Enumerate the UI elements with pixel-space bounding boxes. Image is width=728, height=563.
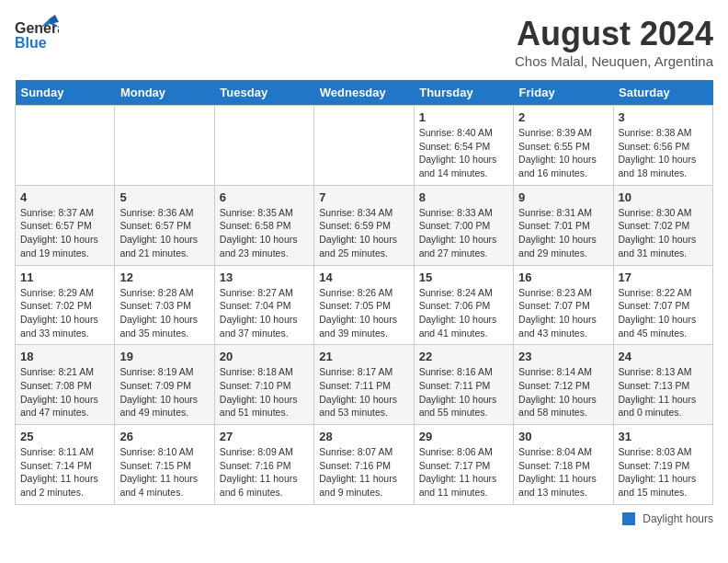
- calendar-cell: 22Sunrise: 8:16 AM Sunset: 7:11 PM Dayli…: [414, 345, 513, 425]
- calendar-cell: 29Sunrise: 8:06 AM Sunset: 7:17 PM Dayli…: [414, 425, 513, 505]
- header: General Blue August 2024 Chos Malal, Neu…: [15, 15, 713, 69]
- day-number: 9: [518, 190, 608, 204]
- calendar-cell: 18Sunrise: 8:21 AM Sunset: 7:08 PM Dayli…: [16, 345, 115, 425]
- day-info: Sunrise: 8:10 AM Sunset: 7:15 PM Dayligh…: [119, 445, 209, 500]
- day-info: Sunrise: 8:19 AM Sunset: 7:09 PM Dayligh…: [119, 365, 209, 419]
- calendar-cell: 6Sunrise: 8:35 AM Sunset: 6:58 PM Daylig…: [214, 185, 313, 265]
- day-number: 13: [220, 270, 309, 284]
- header-day-wednesday: Wednesday: [314, 80, 414, 106]
- calendar-cell: 3Sunrise: 8:38 AM Sunset: 6:56 PM Daylig…: [613, 106, 712, 186]
- day-number: 8: [419, 190, 508, 204]
- legend-label: Daylight hours: [643, 512, 713, 525]
- calendar-cell: 7Sunrise: 8:34 AM Sunset: 6:59 PM Daylig…: [314, 185, 414, 265]
- day-number: 2: [518, 110, 608, 124]
- day-number: 4: [20, 190, 109, 204]
- calendar-cell: 15Sunrise: 8:24 AM Sunset: 7:06 PM Dayli…: [414, 265, 513, 345]
- calendar-cell: [115, 106, 214, 186]
- day-number: 14: [319, 270, 408, 284]
- day-info: Sunrise: 8:37 AM Sunset: 6:57 PM Dayligh…: [20, 206, 109, 260]
- day-number: 12: [119, 270, 209, 284]
- day-number: 23: [518, 350, 608, 363]
- day-number: 31: [619, 430, 708, 443]
- calendar-cell: 20Sunrise: 8:18 AM Sunset: 7:10 PM Dayli…: [214, 345, 313, 425]
- title-area: August 2024 Chos Malal, Neuquen, Argenti…: [515, 15, 713, 69]
- calendar-cell: 26Sunrise: 8:10 AM Sunset: 7:15 PM Dayli…: [115, 425, 214, 505]
- day-number: 5: [119, 190, 209, 204]
- day-info: Sunrise: 8:23 AM Sunset: 7:07 PM Dayligh…: [518, 286, 608, 340]
- day-info: Sunrise: 8:13 AM Sunset: 7:13 PM Dayligh…: [619, 365, 708, 419]
- day-info: Sunrise: 8:26 AM Sunset: 7:05 PM Dayligh…: [319, 286, 408, 340]
- day-info: Sunrise: 8:36 AM Sunset: 6:57 PM Dayligh…: [119, 206, 209, 260]
- header-day-monday: Monday: [115, 80, 214, 106]
- day-info: Sunrise: 8:34 AM Sunset: 6:59 PM Dayligh…: [319, 206, 408, 260]
- calendar-cell: 23Sunrise: 8:14 AM Sunset: 7:12 PM Dayli…: [514, 345, 613, 425]
- calendar-cell: 14Sunrise: 8:26 AM Sunset: 7:05 PM Dayli…: [314, 265, 414, 345]
- legend-color-box: [622, 512, 635, 525]
- day-number: 15: [419, 270, 508, 284]
- day-number: 30: [518, 430, 608, 443]
- footer: Daylight hours: [15, 512, 713, 525]
- calendar-week-row: 11Sunrise: 8:29 AM Sunset: 7:02 PM Dayli…: [16, 265, 713, 345]
- calendar-cell: 9Sunrise: 8:31 AM Sunset: 7:01 PM Daylig…: [514, 185, 613, 265]
- calendar-cell: 24Sunrise: 8:13 AM Sunset: 7:13 PM Dayli…: [613, 345, 712, 425]
- day-number: 6: [220, 190, 309, 204]
- calendar-cell: 21Sunrise: 8:17 AM Sunset: 7:11 PM Dayli…: [314, 345, 414, 425]
- calendar-cell: 8Sunrise: 8:33 AM Sunset: 7:00 PM Daylig…: [414, 185, 513, 265]
- calendar-header-row: SundayMondayTuesdayWednesdayThursdayFrid…: [16, 80, 713, 106]
- calendar-cell: 27Sunrise: 8:09 AM Sunset: 7:16 PM Dayli…: [214, 425, 313, 505]
- header-day-thursday: Thursday: [414, 80, 513, 106]
- day-number: 16: [518, 270, 608, 284]
- day-number: 1: [419, 110, 508, 124]
- calendar-cell: 12Sunrise: 8:28 AM Sunset: 7:03 PM Dayli…: [115, 265, 214, 345]
- day-number: 22: [419, 350, 508, 363]
- calendar-cell: 28Sunrise: 8:07 AM Sunset: 7:16 PM Dayli…: [314, 425, 414, 505]
- svg-text:Blue: Blue: [15, 35, 47, 51]
- day-info: Sunrise: 8:28 AM Sunset: 7:03 PM Dayligh…: [119, 286, 209, 340]
- day-info: Sunrise: 8:22 AM Sunset: 7:07 PM Dayligh…: [619, 286, 708, 340]
- calendar-week-row: 1Sunrise: 8:40 AM Sunset: 6:54 PM Daylig…: [16, 106, 713, 186]
- header-day-friday: Friday: [514, 80, 613, 106]
- day-number: 11: [20, 270, 109, 284]
- day-number: 21: [319, 350, 408, 363]
- logo: General Blue: [15, 15, 59, 55]
- page-title: August 2024: [515, 15, 713, 53]
- header-day-sunday: Sunday: [16, 80, 115, 106]
- day-number: 19: [119, 350, 209, 363]
- day-number: 29: [419, 430, 508, 443]
- day-info: Sunrise: 8:35 AM Sunset: 6:58 PM Dayligh…: [220, 206, 309, 260]
- day-info: Sunrise: 8:39 AM Sunset: 6:55 PM Dayligh…: [518, 126, 608, 180]
- logo-icon: General Blue: [15, 15, 59, 55]
- day-info: Sunrise: 8:33 AM Sunset: 7:00 PM Dayligh…: [419, 206, 508, 260]
- page-subtitle: Chos Malal, Neuquen, Argentina: [515, 53, 713, 69]
- day-info: Sunrise: 8:18 AM Sunset: 7:10 PM Dayligh…: [220, 365, 309, 419]
- calendar-cell: 19Sunrise: 8:19 AM Sunset: 7:09 PM Dayli…: [115, 345, 214, 425]
- day-number: 10: [619, 190, 708, 204]
- day-info: Sunrise: 8:14 AM Sunset: 7:12 PM Dayligh…: [518, 365, 608, 419]
- day-info: Sunrise: 8:38 AM Sunset: 6:56 PM Dayligh…: [619, 126, 708, 180]
- calendar-week-row: 4Sunrise: 8:37 AM Sunset: 6:57 PM Daylig…: [16, 185, 713, 265]
- calendar-cell: [16, 106, 115, 186]
- calendar-cell: 2Sunrise: 8:39 AM Sunset: 6:55 PM Daylig…: [514, 106, 613, 186]
- day-info: Sunrise: 8:27 AM Sunset: 7:04 PM Dayligh…: [220, 286, 309, 340]
- day-info: Sunrise: 8:03 AM Sunset: 7:19 PM Dayligh…: [619, 445, 708, 500]
- calendar-cell: 5Sunrise: 8:36 AM Sunset: 6:57 PM Daylig…: [115, 185, 214, 265]
- day-info: Sunrise: 8:31 AM Sunset: 7:01 PM Dayligh…: [518, 206, 608, 260]
- day-info: Sunrise: 8:16 AM Sunset: 7:11 PM Dayligh…: [419, 365, 508, 419]
- day-info: Sunrise: 8:04 AM Sunset: 7:18 PM Dayligh…: [518, 445, 608, 500]
- day-number: 7: [319, 190, 408, 204]
- day-number: 27: [220, 430, 309, 443]
- day-info: Sunrise: 8:09 AM Sunset: 7:16 PM Dayligh…: [220, 445, 309, 500]
- calendar-cell: 1Sunrise: 8:40 AM Sunset: 6:54 PM Daylig…: [414, 106, 513, 186]
- day-number: 25: [20, 430, 109, 443]
- day-info: Sunrise: 8:29 AM Sunset: 7:02 PM Dayligh…: [20, 286, 109, 340]
- calendar-week-row: 18Sunrise: 8:21 AM Sunset: 7:08 PM Dayli…: [16, 345, 713, 425]
- day-info: Sunrise: 8:30 AM Sunset: 7:02 PM Dayligh…: [619, 206, 708, 260]
- calendar-cell: [214, 106, 313, 186]
- header-day-saturday: Saturday: [613, 80, 712, 106]
- header-day-tuesday: Tuesday: [214, 80, 313, 106]
- day-info: Sunrise: 8:24 AM Sunset: 7:06 PM Dayligh…: [419, 286, 508, 340]
- calendar-cell: 31Sunrise: 8:03 AM Sunset: 7:19 PM Dayli…: [613, 425, 712, 505]
- day-info: Sunrise: 8:06 AM Sunset: 7:17 PM Dayligh…: [419, 445, 508, 500]
- day-number: 18: [20, 350, 109, 363]
- day-number: 20: [220, 350, 309, 363]
